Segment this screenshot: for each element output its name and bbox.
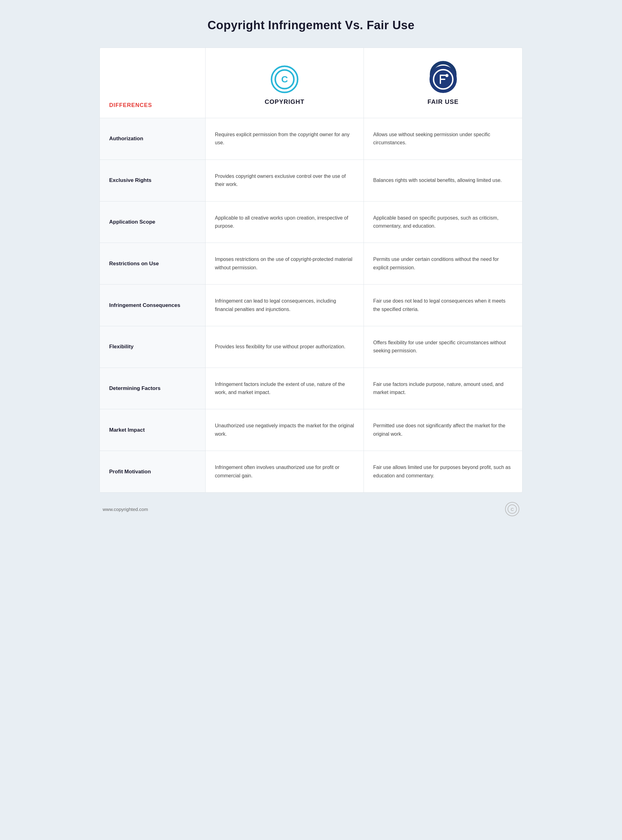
row-label-text: Profit Motivation bbox=[109, 468, 151, 476]
row-label-flexibility: Flexibility bbox=[100, 326, 206, 367]
row-label-market-impact: Market Impact bbox=[100, 409, 206, 451]
row-fairuse-determining-factors: Fair use factors include purpose, nature… bbox=[364, 368, 522, 409]
differences-label: DIFFERENCES bbox=[109, 102, 152, 108]
row-copyright-exclusive-rights: Provides copyright owners exclusive cont… bbox=[206, 160, 364, 201]
row-fairuse-infringement-consequences: Fair use does not lead to legal conseque… bbox=[364, 285, 522, 326]
table-row: Market Impact Unauthorized use negativel… bbox=[100, 409, 522, 451]
fairuse-icon-v2 bbox=[429, 65, 457, 93]
table-row: Determining Factors Infringement factors… bbox=[100, 368, 522, 410]
row-copyright-authorization: Requires explicit permission from the co… bbox=[206, 118, 364, 160]
table-row: Restrictions on Use Imposes restrictions… bbox=[100, 243, 522, 285]
row-copyright-infringement-consequences: Infringement can lead to legal consequen… bbox=[206, 285, 364, 326]
row-copyright-restrictions-on-use: Imposes restrictions on the use of copyr… bbox=[206, 243, 364, 284]
row-fairuse-flexibility: Offers flexibility for use under specifi… bbox=[364, 326, 522, 367]
table-row: Infringement Consequences Infringement c… bbox=[100, 285, 522, 326]
row-label-exclusive-rights: Exclusive Rights bbox=[100, 160, 206, 201]
footer-url: www.copyrighted.com bbox=[103, 507, 148, 512]
row-label-infringement-consequences: Infringement Consequences bbox=[100, 285, 206, 326]
differences-header-cell: DIFFERENCES bbox=[100, 48, 206, 118]
comparison-table: DIFFERENCES C COPYRIGHT © bbox=[99, 47, 523, 492]
row-fairuse-authorization: Allows use without seeking permission un… bbox=[364, 118, 522, 160]
row-fairuse-restrictions-on-use: Permits use under certain conditions wit… bbox=[364, 243, 522, 284]
row-copyright-application-scope: Applicable to all creative works upon cr… bbox=[206, 201, 364, 243]
fairuse-header-cell: © FAIR USE bbox=[364, 48, 522, 118]
row-copyright-profit-motivation: Infringement often involves unauthorized… bbox=[206, 451, 364, 492]
row-label-application-scope: Application Scope bbox=[100, 201, 206, 243]
row-label-text: Determining Factors bbox=[109, 385, 160, 392]
svg-text:C: C bbox=[511, 507, 514, 512]
table-header: DIFFERENCES C COPYRIGHT © bbox=[100, 48, 522, 118]
table-row: Profit Motivation Infringement often inv… bbox=[100, 451, 522, 492]
row-fairuse-application-scope: Applicable based on specific purposes, s… bbox=[364, 201, 522, 243]
fairuse-col-title: FAIR USE bbox=[427, 98, 459, 105]
row-label-text: Flexibility bbox=[109, 343, 133, 351]
table-row: Flexibility Provides less flexibility fo… bbox=[100, 326, 522, 368]
row-label-text: Exclusive Rights bbox=[109, 177, 151, 184]
page-title: Copyright Infringement Vs. Fair Use bbox=[207, 19, 415, 32]
row-label-restrictions-on-use: Restrictions on Use bbox=[100, 243, 206, 284]
svg-text:C: C bbox=[281, 74, 288, 84]
row-label-profit-motivation: Profit Motivation bbox=[100, 451, 206, 492]
row-fairuse-exclusive-rights: Balances rights with societal benefits, … bbox=[364, 160, 522, 201]
table-row: Application Scope Applicable to all crea… bbox=[100, 201, 522, 243]
row-fairuse-profit-motivation: Fair use allows limited use for purposes… bbox=[364, 451, 522, 492]
footer-copyright-icon: C bbox=[505, 502, 519, 516]
row-label-determining-factors: Determining Factors bbox=[100, 368, 206, 409]
svg-point-11 bbox=[445, 74, 448, 77]
copyright-col-title: COPYRIGHT bbox=[265, 98, 305, 105]
row-label-text: Application Scope bbox=[109, 218, 155, 226]
row-label-text: Infringement Consequences bbox=[109, 302, 180, 309]
copyright-header-cell: C COPYRIGHT bbox=[206, 48, 364, 118]
row-label-text: Restrictions on Use bbox=[109, 260, 159, 267]
row-fairuse-market-impact: Permitted use does not significantly aff… bbox=[364, 409, 522, 451]
copyright-icon: C bbox=[271, 65, 299, 93]
footer: www.copyrighted.com C bbox=[99, 502, 523, 516]
row-label-authorization: Authorization bbox=[100, 118, 206, 160]
table-row: Authorization Requires explicit permissi… bbox=[100, 118, 522, 160]
row-label-text: Authorization bbox=[109, 135, 143, 142]
row-copyright-market-impact: Unauthorized use negatively impacts the … bbox=[206, 409, 364, 451]
row-copyright-flexibility: Provides less flexibility for use withou… bbox=[206, 326, 364, 367]
row-label-text: Market Impact bbox=[109, 426, 145, 434]
table-row: Exclusive Rights Provides copyright owne… bbox=[100, 160, 522, 201]
row-copyright-determining-factors: Infringement factors include the extent … bbox=[206, 368, 364, 409]
